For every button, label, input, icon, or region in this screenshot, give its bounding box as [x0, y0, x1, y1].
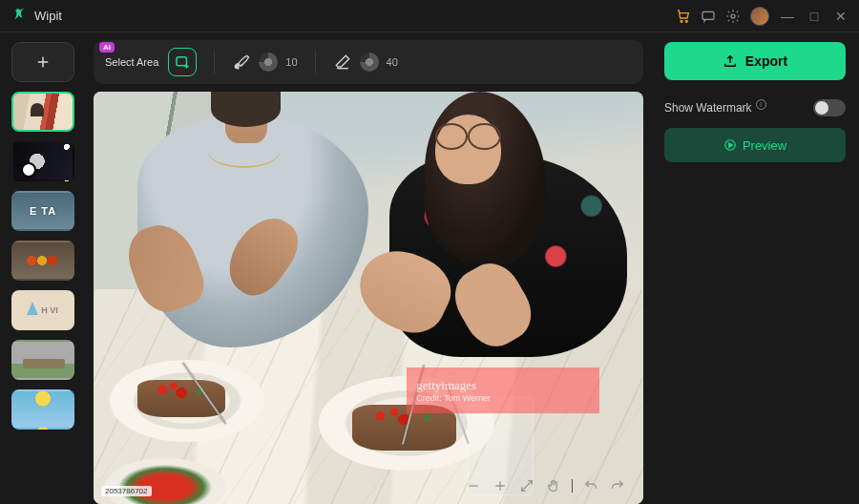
user-avatar[interactable]	[750, 7, 769, 26]
pan-icon[interactable]	[545, 477, 562, 494]
thumbnail-6[interactable]	[11, 340, 74, 380]
export-button[interactable]: Export	[664, 42, 846, 80]
brush-size-value: 10	[285, 56, 297, 68]
thumbnail-3[interactable]: E TA	[11, 191, 74, 231]
maximize-button[interactable]: □	[806, 9, 823, 24]
svg-rect-2	[702, 11, 714, 19]
svg-point-3	[731, 14, 735, 18]
chat-icon[interactable]	[701, 9, 716, 24]
brush-tool[interactable]: 10	[232, 52, 297, 72]
show-watermark-row: Show Watermark i	[664, 92, 846, 116]
minimize-button[interactable]: —	[779, 9, 796, 24]
ai-badge: AI	[99, 42, 115, 52]
thumbnail-7[interactable]	[11, 389, 74, 430]
titlebar: Wipit — □ ✕	[0, 0, 859, 32]
redo-icon[interactable]	[609, 477, 626, 494]
thumbnail-2[interactable]	[11, 141, 74, 181]
export-label: Export	[745, 53, 787, 69]
canvas[interactable]: gettyimages Credit: Tom Werner 205378670…	[94, 92, 643, 504]
thumbnail-1[interactable]	[11, 92, 74, 132]
eraser-size-value: 40	[387, 56, 398, 68]
app-logo-icon	[10, 8, 27, 25]
select-area-label: Select Area	[105, 56, 158, 68]
image-content	[94, 92, 643, 504]
svg-point-1	[685, 20, 687, 22]
show-watermark-label: Show Watermark i	[664, 101, 766, 115]
fit-screen-icon[interactable]	[518, 477, 535, 494]
thumbnail-5[interactable]: H VI	[11, 290, 74, 330]
brush-size-slider[interactable]	[259, 52, 278, 72]
info-icon[interactable]: i	[756, 99, 766, 110]
watermark-selection[interactable]: gettyimages Credit: Tom Werner	[407, 368, 599, 413]
toolbar: AI Select Area 10 40	[94, 40, 643, 84]
sidebar: E TA H VI	[0, 32, 86, 504]
right-panel: Export Show Watermark i Preview	[651, 32, 859, 504]
svg-rect-4	[177, 57, 187, 66]
thumbnail-list: E TA H VI	[8, 92, 78, 494]
select-area-tool[interactable]: AI Select Area	[105, 48, 197, 76]
zoom-in-icon[interactable]	[492, 477, 509, 494]
preview-label: Preview	[743, 138, 786, 153]
undo-icon[interactable]	[582, 477, 599, 494]
zoom-out-icon[interactable]	[465, 477, 482, 494]
svg-point-0	[681, 20, 682, 22]
thumbnail-4[interactable]	[11, 241, 74, 281]
preview-button[interactable]: Preview	[664, 128, 846, 162]
app-title: Wipit	[34, 9, 62, 23]
cart-icon[interactable]	[676, 9, 691, 24]
center-panel: AI Select Area 10 40	[86, 32, 651, 504]
image-id-label: 2053786702	[101, 486, 152, 496]
close-button[interactable]: ✕	[832, 9, 849, 24]
canvas-controls	[457, 473, 634, 498]
eraser-size-slider[interactable]	[360, 52, 379, 72]
show-watermark-toggle[interactable]	[813, 99, 846, 116]
brush-icon	[232, 52, 251, 72]
watermark-text-1: gettyimages	[416, 378, 599, 393]
eraser-tool[interactable]: 40	[333, 52, 398, 72]
eraser-icon	[333, 52, 352, 72]
rectangle-select-icon[interactable]	[168, 48, 197, 76]
watermark-text-2: Credit: Tom Werner	[416, 393, 599, 403]
add-image-button[interactable]	[11, 42, 74, 82]
gear-icon[interactable]	[725, 9, 741, 24]
